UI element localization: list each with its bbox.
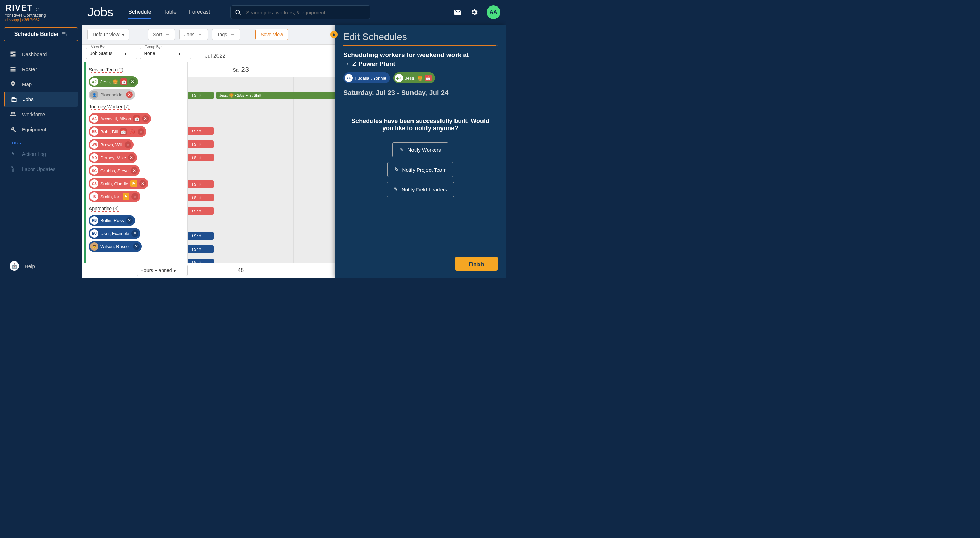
broadcast-icon <box>10 165 16 172</box>
remove-icon[interactable]: ✕ <box>128 154 135 161</box>
success-message: Schedules have been successfully built. … <box>347 118 494 132</box>
schedule-event[interactable]: t Shift <box>188 180 214 188</box>
map-icon <box>10 81 16 88</box>
avatar-initials: WB <box>90 140 98 149</box>
schedule-event[interactable]: t Shift <box>188 154 214 161</box>
block-icon[interactable]: 🚫 <box>129 128 135 135</box>
search-input[interactable] <box>231 5 371 19</box>
pencil-icon: ✎ <box>395 166 399 172</box>
view-by-select[interactable]: Job Status ▾ <box>86 48 137 59</box>
tab-schedule[interactable]: Schedule <box>128 6 151 19</box>
sidebar-item-workforce[interactable]: Workforce <box>4 107 78 122</box>
schedule-event[interactable]: t Shift <box>188 194 214 201</box>
group-apprentice: Apprentice (3) <box>89 206 119 212</box>
remove-icon[interactable]: ✕ <box>131 167 138 174</box>
worker-chip[interactable]: EUUser, Example✕ <box>89 228 140 239</box>
scheduled-worker-chip[interactable]: ◈JJess, 🍔 📅 <box>393 72 435 83</box>
worker-chip[interactable]: RBBollin, Ross✕ <box>89 215 135 226</box>
sidebar-item-help[interactable]: 🤖Help <box>4 257 78 275</box>
filter-icon <box>230 32 235 37</box>
notify-project-team-button[interactable]: ✎Notify Project Team <box>387 162 454 177</box>
schedule-event[interactable]: t Shift <box>188 127 214 135</box>
schedule-event[interactable]: t Shift <box>188 207 214 215</box>
tab-forecast[interactable]: Forecast <box>189 6 210 19</box>
notify-field-leaders-button[interactable]: ✎Notify Field Leaders <box>387 182 454 197</box>
panel-date-range: Saturday, Jul 23 - Sunday, Jul 24 <box>343 89 498 101</box>
scheduled-worker-chip[interactable]: YFFudalla , Yonnie <box>343 72 390 83</box>
view-by-label: View By: <box>89 45 107 49</box>
chevron-down-icon: ▾ <box>124 51 127 56</box>
remove-icon[interactable]: ✕ <box>139 180 146 187</box>
panel-subtitle: Scheduling workers for weekend work at <box>343 51 498 59</box>
avatar-initials: ◈J <box>395 74 403 82</box>
worker-chip[interactable]: SGGrubbs, Steve✕ <box>89 165 140 176</box>
worker-chip[interactable]: CSSmith, Charlie⚑✕ <box>89 178 148 189</box>
remove-icon[interactable]: ✕ <box>142 115 149 122</box>
dev-tag: dev-app | c36b7f982 <box>5 18 81 22</box>
page-title: Jobs <box>88 5 113 19</box>
remove-icon[interactable]: ✕ <box>133 243 140 250</box>
mail-icon[interactable] <box>454 8 462 16</box>
remove-icon[interactable]: ✕ <box>132 230 138 237</box>
remove-icon[interactable]: ✕ <box>132 193 138 200</box>
sidebar-item-jobs[interactable]: Jobs <box>4 92 78 107</box>
schedule-event[interactable]: t Shift <box>188 140 214 148</box>
sidebar-item-equipment[interactable]: Equipment <box>4 122 78 137</box>
flag-icon[interactable]: ⚑ <box>123 193 129 200</box>
help-icon: 🤖 <box>10 261 19 271</box>
schedule-builder-button[interactable]: Schedule Builder <box>4 27 78 41</box>
worker-chip[interactable]: ISSmith, Ian⚑✕ <box>89 191 140 202</box>
avatar-initials: EU <box>90 229 98 238</box>
remove-icon[interactable]: ✕ <box>126 217 133 224</box>
schedule-event[interactable]: t Shift <box>188 92 214 99</box>
worker-chip[interactable]: 👨Wilson, Russell✕ <box>89 241 142 252</box>
arrow-right-icon: → <box>343 60 350 68</box>
sidebar-item-action-log[interactable]: Action Log <box>4 146 78 161</box>
save-view-button[interactable]: Save View <box>255 29 288 40</box>
sidebar-item-map[interactable]: Map <box>4 77 78 92</box>
worker-chip[interactable]: BBBob , Bill📅🚫✕ <box>89 126 146 137</box>
sidebar-item-labor-updates[interactable]: Labor Updates <box>4 161 78 176</box>
remove-icon[interactable]: ✕ <box>126 91 133 98</box>
schedule-event[interactable]: t Shift <box>188 259 214 262</box>
add-list-icon <box>62 31 68 37</box>
tags-filter-button[interactable]: Tags <box>212 29 241 40</box>
flag-icon[interactable]: ⚑ <box>130 180 137 187</box>
finish-button[interactable]: Finish <box>455 257 498 271</box>
remove-icon[interactable]: ✕ <box>138 128 145 135</box>
gear-icon[interactable] <box>470 8 478 16</box>
avatar-initials: BB <box>90 128 98 136</box>
worker-chip[interactable]: WBBrown, Will✕ <box>89 139 134 150</box>
worker-chip[interactable]: AAAccavitti, Alison📅✕ <box>89 113 151 124</box>
worker-chip-jess[interactable]: ◈JJess, 🍔 📅✕ <box>89 76 138 87</box>
search-icon <box>235 9 242 16</box>
calendar-remove-icon[interactable]: 📅 <box>133 115 140 122</box>
app-logo: RIVET :∙ <box>5 3 81 13</box>
tab-table[interactable]: Table <box>164 6 177 19</box>
sidebar-item-roster[interactable]: Roster <box>4 62 78 77</box>
bolt-icon <box>10 150 16 157</box>
notify-workers-button[interactable]: ✎Notify Workers <box>392 142 448 157</box>
logs-section-label: LOGS <box>4 137 78 146</box>
remove-icon[interactable]: ✕ <box>129 78 136 85</box>
placeholder-chip[interactable]: 👤Placeholder✕ <box>89 89 135 100</box>
remove-icon[interactable]: ✕ <box>125 141 132 148</box>
worker-chip[interactable]: MDDorsey, Mike✕ <box>89 152 137 163</box>
jobs-filter-button[interactable]: Jobs <box>179 29 208 40</box>
avatar-initials: ◈J <box>90 78 98 86</box>
panel-title: Edit Schedules <box>343 32 498 42</box>
avatar[interactable]: AA <box>487 5 500 19</box>
schedule-event[interactable]: t Shift <box>188 246 214 253</box>
hours-planned-select[interactable]: Hours Planned ▾ <box>137 265 188 276</box>
schedule-event[interactable]: t Shift <box>188 232 214 239</box>
sort-button[interactable]: Sort <box>148 29 175 40</box>
collapse-panel-button[interactable]: ▶ <box>330 31 338 38</box>
panel-job-name: →Z Power Plant <box>343 60 498 68</box>
group-by-select[interactable]: None ▾ <box>140 48 191 59</box>
chevron-down-icon: ▾ <box>122 32 124 37</box>
calendar-icon[interactable]: 📅 <box>120 128 127 135</box>
default-view-button[interactable]: Default View ▾ <box>88 29 129 40</box>
calendar-remove-icon[interactable]: 📅 <box>120 78 127 85</box>
hours-cell: 48 <box>188 267 294 273</box>
sidebar-item-dashboard[interactable]: Dashboard <box>4 46 78 62</box>
